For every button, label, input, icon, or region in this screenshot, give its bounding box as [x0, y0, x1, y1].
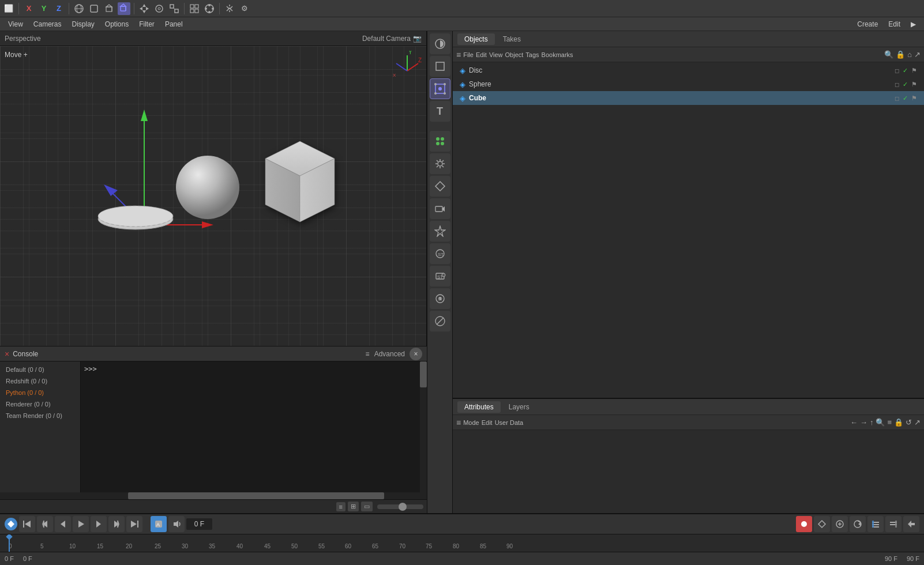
attr-filter-icon[interactable]: ≡ [887, 418, 892, 427]
disc-flag-icon[interactable]: ⚑ [911, 67, 917, 74]
footer-frame-90[interactable]: 90 F [885, 555, 897, 562]
timeline-ruler[interactable]: 0 5 10 15 20 25 30 35 40 45 50 55 60 65 … [0, 534, 924, 551]
objects-tab-takes[interactable]: Takes [496, 33, 528, 45]
toolbar-icon-gear[interactable]: ⚙ [238, 2, 251, 15]
cube-visibility-icon[interactable]: ◻ [895, 95, 899, 101]
console-advanced-label[interactable]: Advanced [374, 350, 405, 358]
btn-play[interactable] [73, 516, 89, 532]
btn-last-frame[interactable] [126, 516, 142, 532]
btn-record[interactable]: A [151, 516, 167, 532]
objects-edit-btn[interactable]: Edit [476, 51, 487, 58]
footer-frame-current[interactable]: 0 F [5, 555, 14, 562]
tool-obj-select[interactable] [430, 78, 450, 99]
object-row-disc[interactable]: ◈ Disc ◻ ✓ ⚑ [453, 63, 924, 77]
attr-lock-icon[interactable]: 🔒 [894, 418, 903, 427]
objects-view-btn[interactable]: View [489, 51, 503, 58]
tool-light[interactable] [430, 221, 450, 242]
attr-menu-icon[interactable]: ≡ [456, 418, 461, 427]
console-close-x[interactable]: × [5, 349, 9, 359]
toolbar-icon-rotate[interactable] [153, 2, 166, 15]
menu-display[interactable]: Display [67, 19, 99, 29]
attr-arrow-right[interactable]: → [860, 418, 867, 427]
tool-gear2[interactable] [430, 153, 450, 174]
console-scrollbar-thumb[interactable] [420, 361, 427, 387]
menu-more[interactable]: ▶ [906, 19, 921, 29]
attr-rotate-icon[interactable]: ↺ [906, 418, 912, 427]
objects-home-icon[interactable]: ⌂ [907, 50, 912, 59]
frame-counter-display[interactable]: 0 F [186, 518, 212, 530]
attr-search-icon[interactable]: 🔍 [876, 418, 885, 427]
disc-object[interactable] [95, 199, 176, 231]
menu-create[interactable]: Create [852, 19, 882, 29]
menu-options[interactable]: Options [100, 19, 133, 29]
tool-text[interactable]: T [430, 101, 450, 122]
footer-frame-end2[interactable]: 90 F [907, 555, 919, 562]
cube-check-icon[interactable]: ✓ [903, 95, 908, 102]
toolbar-icon-obj[interactable] [88, 2, 100, 15]
objects-arrow-icon[interactable]: ↗ [914, 50, 921, 59]
objects-lock-icon[interactable]: 🔒 [896, 50, 905, 59]
toolbar-icon-world[interactable] [73, 2, 85, 15]
toolbar-icon-mirror[interactable] [223, 2, 236, 15]
toolbar-icon-grid[interactable] [188, 2, 201, 15]
tool-st1[interactable]: ST [430, 243, 450, 264]
disc-check-icon[interactable]: ✓ [903, 67, 908, 74]
sphere-flag-icon[interactable]: ⚑ [911, 81, 917, 88]
objects-tab-objects[interactable]: Objects [457, 33, 495, 45]
btn-next-frame[interactable] [91, 516, 107, 532]
toolbar-icon-cube[interactable] [103, 2, 115, 15]
menu-cameras[interactable]: Cameras [29, 19, 66, 29]
attr-arrow-left[interactable]: ← [850, 418, 858, 427]
btn-prev-keyframe[interactable] [37, 516, 53, 532]
attr-expand-icon[interactable]: ↗ [914, 418, 921, 427]
objects-menu-icon[interactable]: ≡ [456, 50, 461, 59]
menu-view[interactable]: View [3, 19, 28, 29]
playhead[interactable] [9, 534, 10, 551]
toolbar-icon-scale[interactable] [168, 2, 181, 15]
btn-timeline-key2[interactable] [814, 516, 830, 532]
toolbar-icon-snap[interactable] [203, 2, 216, 15]
console-detail-view-btn[interactable]: ▭ [361, 502, 373, 511]
menu-filter[interactable]: Filter [134, 19, 159, 29]
toolbar-icon-move[interactable] [138, 2, 151, 15]
disc-visibility-icon[interactable]: ◻ [895, 67, 899, 74]
console-hscrollbar-thumb[interactable] [128, 492, 384, 499]
console-item-teamrender[interactable]: Team Render (0 / 0) [0, 410, 80, 421]
console-item-default[interactable]: Default (0 / 0) [0, 364, 80, 375]
btn-layer2[interactable] [885, 516, 902, 532]
tool-render-region[interactable] [430, 33, 450, 54]
attr-mode-btn[interactable]: Mode [463, 419, 479, 426]
tool-camera[interactable] [430, 198, 450, 219]
toolbar-icon-y[interactable]: Y [37, 2, 50, 15]
btn-prev-frame[interactable] [55, 516, 71, 532]
tool-frame[interactable] [430, 56, 450, 77]
console-close-btn[interactable]: × [410, 348, 422, 360]
btn-sound[interactable] [168, 516, 185, 532]
btn-timeline-record-dot[interactable] [796, 516, 812, 532]
attr-tab-attributes[interactable]: Attributes [457, 401, 501, 413]
btn-next-keyframe[interactable] [108, 516, 125, 532]
console-item-python[interactable]: Python (0 / 0) [0, 387, 80, 398]
menu-panel[interactable]: Panel [160, 19, 187, 29]
cube-object[interactable] [254, 135, 346, 229]
timeline-key-indicator[interactable] [5, 518, 17, 530]
objects-object-btn[interactable]: Object [505, 51, 524, 58]
btn-timeline-add-key[interactable] [832, 516, 848, 532]
tool-diamond[interactable] [430, 176, 450, 197]
attr-userdata-btn[interactable]: User Data [495, 419, 524, 426]
btn-layer1[interactable] [867, 516, 884, 532]
objects-bookmarks-btn[interactable]: Bookmarks [542, 51, 573, 58]
toolbar-icon-z[interactable]: Z [52, 2, 65, 15]
console-item-redshift[interactable]: Redshift (0 / 0) [0, 375, 80, 387]
console-item-renderer[interactable]: Renderer (0 / 0) [0, 398, 80, 410]
attr-arrow-up[interactable]: ↑ [870, 418, 874, 427]
tool-slash[interactable] [430, 311, 450, 332]
attr-tab-layers[interactable]: Layers [502, 401, 536, 413]
console-zoom-thumb[interactable] [399, 503, 407, 511]
cube-flag-icon[interactable]: ⚑ [911, 95, 917, 102]
btn-first-frame[interactable] [19, 516, 35, 532]
console-menu-icon[interactable]: ≡ [366, 350, 370, 358]
objects-search-icon[interactable]: 🔍 [884, 50, 893, 59]
object-row-sphere[interactable]: ◈ Sphere ◻ ✓ ⚑ [453, 77, 924, 91]
object-row-cube[interactable]: ◈ Cube ◻ ✓ ⚑ [453, 91, 924, 105]
